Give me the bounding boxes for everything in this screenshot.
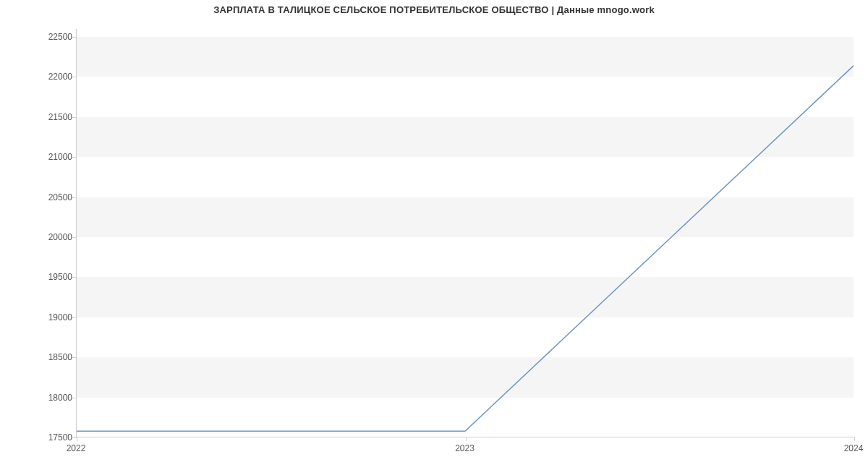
y-tick-label: 20500 (29, 192, 72, 202)
y-tick-label: 21000 (29, 152, 72, 162)
y-tick-label: 21500 (29, 112, 72, 122)
y-tick (72, 37, 77, 38)
line-layer (77, 29, 854, 437)
y-tick-label: 18500 (29, 352, 72, 362)
y-tick-label: 17500 (29, 432, 72, 443)
x-tick-label: 2024 (844, 443, 864, 453)
y-tick-label: 19500 (29, 272, 72, 282)
y-tick (72, 398, 77, 398)
x-tick (466, 437, 467, 441)
y-tick (72, 117, 77, 118)
y-tick (72, 357, 77, 358)
y-tick (72, 317, 77, 318)
plot-area (76, 29, 854, 437)
y-tick (72, 157, 77, 158)
chart-title: ЗАРПЛАТА В ТАЛИЦКОЕ СЕЛЬСКОЕ ПОТРЕБИТЕЛЬ… (0, 4, 868, 15)
y-tick-label: 22500 (29, 32, 72, 42)
data-line (77, 66, 854, 431)
y-tick (72, 197, 77, 198)
y-tick (72, 77, 77, 77)
x-tick-label: 2023 (455, 443, 475, 453)
x-tick (854, 437, 855, 441)
y-tick (72, 237, 77, 238)
y-tick (72, 277, 77, 278)
salary-line-chart: ЗАРПЛАТА В ТАЛИЦКОЕ СЕЛЬСКОЕ ПОТРЕБИТЕЛЬ… (0, 0, 868, 470)
y-tick-label: 18000 (29, 393, 72, 403)
y-tick-label: 20000 (29, 232, 72, 242)
y-tick-label: 22000 (29, 72, 72, 82)
y-tick-label: 19000 (29, 312, 72, 322)
x-tick-label: 2022 (67, 443, 86, 453)
x-tick (77, 437, 77, 441)
